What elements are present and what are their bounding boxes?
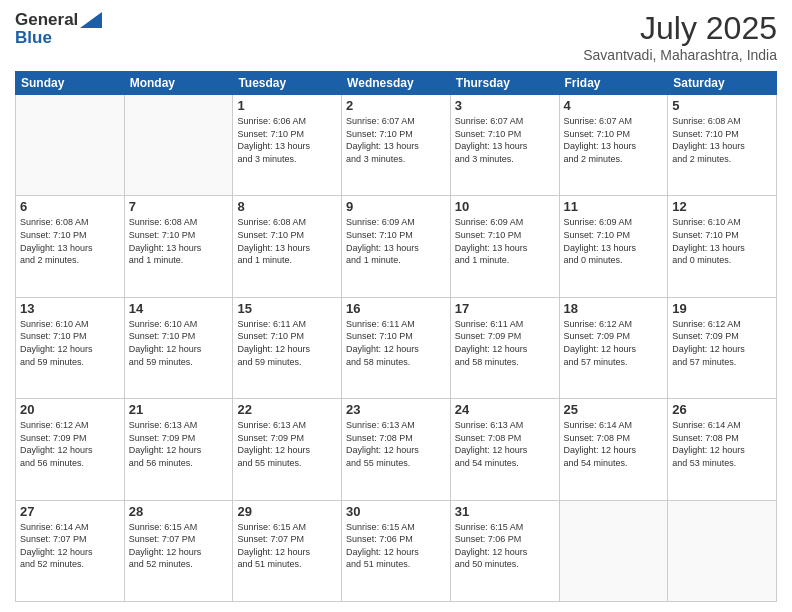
day-number: 22 — [237, 402, 337, 417]
calendar-cell: 27Sunrise: 6:14 AM Sunset: 7:07 PM Dayli… — [16, 500, 125, 601]
day-number: 6 — [20, 199, 120, 214]
day-number: 5 — [672, 98, 772, 113]
day-info: Sunrise: 6:09 AM Sunset: 7:10 PM Dayligh… — [564, 216, 664, 266]
day-number: 10 — [455, 199, 555, 214]
day-info: Sunrise: 6:14 AM Sunset: 7:08 PM Dayligh… — [564, 419, 664, 469]
day-info: Sunrise: 6:15 AM Sunset: 7:07 PM Dayligh… — [129, 521, 229, 571]
calendar-cell: 16Sunrise: 6:11 AM Sunset: 7:10 PM Dayli… — [342, 297, 451, 398]
calendar-cell: 28Sunrise: 6:15 AM Sunset: 7:07 PM Dayli… — [124, 500, 233, 601]
day-info: Sunrise: 6:15 AM Sunset: 7:07 PM Dayligh… — [237, 521, 337, 571]
calendar-cell: 17Sunrise: 6:11 AM Sunset: 7:09 PM Dayli… — [450, 297, 559, 398]
day-number: 28 — [129, 504, 229, 519]
day-number: 7 — [129, 199, 229, 214]
day-number: 25 — [564, 402, 664, 417]
calendar-cell: 7Sunrise: 6:08 AM Sunset: 7:10 PM Daylig… — [124, 196, 233, 297]
day-number: 29 — [237, 504, 337, 519]
day-info: Sunrise: 6:07 AM Sunset: 7:10 PM Dayligh… — [564, 115, 664, 165]
calendar-cell: 26Sunrise: 6:14 AM Sunset: 7:08 PM Dayli… — [668, 399, 777, 500]
calendar-cell: 15Sunrise: 6:11 AM Sunset: 7:10 PM Dayli… — [233, 297, 342, 398]
day-info: Sunrise: 6:12 AM Sunset: 7:09 PM Dayligh… — [672, 318, 772, 368]
day-number: 9 — [346, 199, 446, 214]
header: General Blue July 2025 Savantvadi, Mahar… — [15, 10, 777, 63]
calendar-cell: 2Sunrise: 6:07 AM Sunset: 7:10 PM Daylig… — [342, 95, 451, 196]
day-info: Sunrise: 6:08 AM Sunset: 7:10 PM Dayligh… — [129, 216, 229, 266]
day-info: Sunrise: 6:06 AM Sunset: 7:10 PM Dayligh… — [237, 115, 337, 165]
calendar-cell: 19Sunrise: 6:12 AM Sunset: 7:09 PM Dayli… — [668, 297, 777, 398]
calendar-table: SundayMondayTuesdayWednesdayThursdayFrid… — [15, 71, 777, 602]
svg-marker-0 — [80, 12, 102, 28]
day-info: Sunrise: 6:10 AM Sunset: 7:10 PM Dayligh… — [20, 318, 120, 368]
month-title: July 2025 — [583, 10, 777, 47]
logo: General Blue — [15, 10, 102, 47]
page: General Blue July 2025 Savantvadi, Mahar… — [0, 0, 792, 612]
day-info: Sunrise: 6:09 AM Sunset: 7:10 PM Dayligh… — [346, 216, 446, 266]
day-number: 16 — [346, 301, 446, 316]
day-number: 1 — [237, 98, 337, 113]
day-info: Sunrise: 6:13 AM Sunset: 7:08 PM Dayligh… — [455, 419, 555, 469]
day-info: Sunrise: 6:07 AM Sunset: 7:10 PM Dayligh… — [346, 115, 446, 165]
calendar-cell: 18Sunrise: 6:12 AM Sunset: 7:09 PM Dayli… — [559, 297, 668, 398]
day-info: Sunrise: 6:13 AM Sunset: 7:09 PM Dayligh… — [237, 419, 337, 469]
calendar-week-row: 13Sunrise: 6:10 AM Sunset: 7:10 PM Dayli… — [16, 297, 777, 398]
calendar-cell: 12Sunrise: 6:10 AM Sunset: 7:10 PM Dayli… — [668, 196, 777, 297]
day-number: 11 — [564, 199, 664, 214]
day-number: 15 — [237, 301, 337, 316]
logo-blue: Blue — [15, 28, 102, 48]
day-number: 26 — [672, 402, 772, 417]
calendar-cell: 10Sunrise: 6:09 AM Sunset: 7:10 PM Dayli… — [450, 196, 559, 297]
day-info: Sunrise: 6:12 AM Sunset: 7:09 PM Dayligh… — [20, 419, 120, 469]
day-number: 30 — [346, 504, 446, 519]
weekday-header: Sunday — [16, 72, 125, 95]
day-info: Sunrise: 6:09 AM Sunset: 7:10 PM Dayligh… — [455, 216, 555, 266]
calendar-week-row: 1Sunrise: 6:06 AM Sunset: 7:10 PM Daylig… — [16, 95, 777, 196]
calendar-header-row: SundayMondayTuesdayWednesdayThursdayFrid… — [16, 72, 777, 95]
day-info: Sunrise: 6:12 AM Sunset: 7:09 PM Dayligh… — [564, 318, 664, 368]
calendar-week-row: 27Sunrise: 6:14 AM Sunset: 7:07 PM Dayli… — [16, 500, 777, 601]
day-number: 24 — [455, 402, 555, 417]
calendar-cell: 11Sunrise: 6:09 AM Sunset: 7:10 PM Dayli… — [559, 196, 668, 297]
day-info: Sunrise: 6:10 AM Sunset: 7:10 PM Dayligh… — [672, 216, 772, 266]
title-section: July 2025 Savantvadi, Maharashtra, India — [583, 10, 777, 63]
day-info: Sunrise: 6:08 AM Sunset: 7:10 PM Dayligh… — [20, 216, 120, 266]
day-info: Sunrise: 6:14 AM Sunset: 7:07 PM Dayligh… — [20, 521, 120, 571]
calendar-cell: 8Sunrise: 6:08 AM Sunset: 7:10 PM Daylig… — [233, 196, 342, 297]
day-number: 4 — [564, 98, 664, 113]
calendar-cell — [16, 95, 125, 196]
day-number: 3 — [455, 98, 555, 113]
day-number: 17 — [455, 301, 555, 316]
day-number: 21 — [129, 402, 229, 417]
location: Savantvadi, Maharashtra, India — [583, 47, 777, 63]
day-number: 18 — [564, 301, 664, 316]
weekday-header: Thursday — [450, 72, 559, 95]
day-info: Sunrise: 6:15 AM Sunset: 7:06 PM Dayligh… — [346, 521, 446, 571]
calendar-cell: 24Sunrise: 6:13 AM Sunset: 7:08 PM Dayli… — [450, 399, 559, 500]
day-info: Sunrise: 6:14 AM Sunset: 7:08 PM Dayligh… — [672, 419, 772, 469]
day-info: Sunrise: 6:11 AM Sunset: 7:09 PM Dayligh… — [455, 318, 555, 368]
day-number: 19 — [672, 301, 772, 316]
calendar-cell: 3Sunrise: 6:07 AM Sunset: 7:10 PM Daylig… — [450, 95, 559, 196]
calendar-cell: 13Sunrise: 6:10 AM Sunset: 7:10 PM Dayli… — [16, 297, 125, 398]
day-info: Sunrise: 6:11 AM Sunset: 7:10 PM Dayligh… — [237, 318, 337, 368]
logo-icon — [80, 12, 102, 28]
day-number: 13 — [20, 301, 120, 316]
weekday-header: Friday — [559, 72, 668, 95]
day-info: Sunrise: 6:11 AM Sunset: 7:10 PM Dayligh… — [346, 318, 446, 368]
day-number: 2 — [346, 98, 446, 113]
calendar-cell — [124, 95, 233, 196]
calendar-cell: 31Sunrise: 6:15 AM Sunset: 7:06 PM Dayli… — [450, 500, 559, 601]
day-number: 12 — [672, 199, 772, 214]
weekday-header: Saturday — [668, 72, 777, 95]
calendar-cell: 23Sunrise: 6:13 AM Sunset: 7:08 PM Dayli… — [342, 399, 451, 500]
weekday-header: Wednesday — [342, 72, 451, 95]
day-number: 23 — [346, 402, 446, 417]
calendar-cell: 30Sunrise: 6:15 AM Sunset: 7:06 PM Dayli… — [342, 500, 451, 601]
logo-general: General — [15, 10, 78, 29]
day-info: Sunrise: 6:15 AM Sunset: 7:06 PM Dayligh… — [455, 521, 555, 571]
calendar-cell: 6Sunrise: 6:08 AM Sunset: 7:10 PM Daylig… — [16, 196, 125, 297]
day-number: 14 — [129, 301, 229, 316]
day-number: 27 — [20, 504, 120, 519]
day-info: Sunrise: 6:13 AM Sunset: 7:08 PM Dayligh… — [346, 419, 446, 469]
day-info: Sunrise: 6:07 AM Sunset: 7:10 PM Dayligh… — [455, 115, 555, 165]
calendar-cell: 4Sunrise: 6:07 AM Sunset: 7:10 PM Daylig… — [559, 95, 668, 196]
weekday-header: Monday — [124, 72, 233, 95]
